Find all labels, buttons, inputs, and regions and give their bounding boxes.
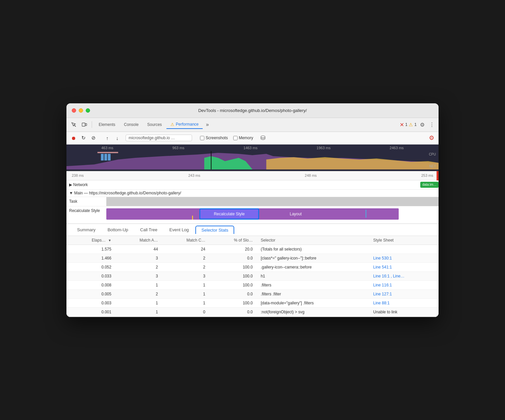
layout-bar[interactable]: Layout <box>262 208 329 220</box>
small-marker <box>192 216 193 220</box>
tab-sources[interactable]: Sources <box>143 121 166 128</box>
stylesheet-link-2[interactable]: Line 541:1 <box>373 265 392 269</box>
main-toolbar: Elements Console Sources ⚠ Performance »… <box>66 118 439 132</box>
refresh-button[interactable]: ↻ <box>79 134 88 142</box>
minimize-button[interactable] <box>79 108 83 113</box>
memory-checkbox[interactable] <box>233 136 238 140</box>
record-button[interactable]: ⏺ <box>69 134 78 142</box>
inspect-icon[interactable] <box>69 120 78 129</box>
col-pct-slow[interactable]: % of Slo… <box>209 236 257 245</box>
screenshots-label: Screenshots <box>206 136 228 140</box>
more-options-icon[interactable]: ⋮ <box>428 120 436 129</box>
main-track-label: ▼ Main — https://microsoftedge.github.io… <box>66 191 184 195</box>
cell-selector-3: h1 <box>257 271 369 280</box>
flame-canvas[interactable]: Recalculate Style Layout <box>106 206 439 223</box>
task-content[interactable] <box>106 197 439 206</box>
cell-selector-7: :not(foreignObject) > svg <box>257 307 369 316</box>
download-button[interactable]: ↓ <box>113 134 122 142</box>
ts-5: 2463 ms <box>390 146 404 150</box>
cell-selector-2: .gallery-icon--camera::before <box>257 262 369 271</box>
col-stylesheet[interactable]: Style Sheet <box>369 236 439 245</box>
close-button[interactable] <box>72 108 76 113</box>
screenshots-checkbox[interactable] <box>200 136 204 140</box>
network-track-label: ▶ Network <box>66 182 106 187</box>
settings-gear-icon[interactable]: ⚙ <box>427 134 436 142</box>
blue-marker-1 <box>365 210 366 218</box>
tab-summary[interactable]: Summary <box>72 225 101 234</box>
url-display: microsoftedge.github.io … <box>126 135 192 141</box>
stylesheet-link-1[interactable]: Line 530:1 <box>373 256 392 261</box>
traffic-lights <box>72 108 90 113</box>
network-track-content[interactable]: data:im… <box>106 180 439 189</box>
cell-selector-4: .filters <box>257 280 369 289</box>
memory-checkbox-group: Memory <box>233 136 253 140</box>
table-container: Elaps… ▼ Match A… Match C… % of Slo… Sel… <box>66 236 439 317</box>
tab-selector-stats[interactable]: Selector Stats <box>195 226 234 234</box>
network-track: ▶ Network data:im… <box>66 180 439 190</box>
tab-performance[interactable]: ⚠ Performance <box>166 121 203 129</box>
cell-pct-1: 0.0 <box>209 254 257 262</box>
clear-button[interactable]: ⊘ <box>89 134 98 142</box>
stylesheet-link-4[interactable]: Line 116:1 <box>373 283 392 287</box>
table-row: 0.052 2 2 100.0 .gallery-icon--camera::b… <box>66 262 439 271</box>
perf-overview: 463 ms 963 ms 1463 ms 1963 ms 2463 ms <box>66 145 439 171</box>
maximize-button[interactable] <box>86 108 90 113</box>
cell-match-a-5: 2 <box>115 289 162 298</box>
cell-match-c-0: 24 <box>162 245 209 254</box>
cell-elapsed-4: 0.008 <box>66 280 115 289</box>
clear-recording-icon[interactable]: ⛁ <box>258 134 267 142</box>
recalc-highlight-block[interactable]: Recalculate Style <box>199 208 259 220</box>
tab-bottom-up[interactable]: Bottom-Up <box>102 225 134 234</box>
recalc-track-label: Recalculate Style <box>66 206 106 213</box>
ts-3: 1463 ms <box>244 146 257 150</box>
time-marker-4: 253 ms <box>421 173 433 177</box>
device-toolbar-icon[interactable] <box>80 120 89 129</box>
memory-label: Memory <box>239 136 253 140</box>
error-badge-group: ✕ 1 ⚠ 1 <box>400 122 417 128</box>
tab-console[interactable]: Console <box>120 121 143 128</box>
cell-selector-6: [data-module="gallery"] .filters <box>257 298 369 307</box>
stylesheet-link-5[interactable]: Line 127:1 <box>373 292 392 296</box>
col-elapsed[interactable]: Elaps… ▼ <box>66 236 115 245</box>
settings-icon[interactable]: ⚙ <box>419 120 426 129</box>
cell-match-a-7: 1 <box>115 307 162 316</box>
tab-bar: Elements Console Sources ⚠ Performance » <box>95 120 396 129</box>
cell-stylesheet-0 <box>369 245 439 254</box>
warn-count: 1 <box>414 122 417 127</box>
table-row: 0.001 1 0 0.0 :not(foreignObject) > svg … <box>66 307 439 316</box>
cell-selector-1: [class*=" gallery-icon--"]::before <box>257 254 369 262</box>
cell-match-c-2: 2 <box>162 262 209 271</box>
tab-elements[interactable]: Elements <box>95 121 119 128</box>
devtools-window: DevTools - microsoftedge.github.io/Demos… <box>66 103 439 317</box>
cell-match-a-4: 1 <box>115 280 162 289</box>
tabs-panel: Summary Bottom-Up Call Tree Event Log Se… <box>66 224 439 317</box>
stylesheet-link-3[interactable]: Line 16:1 , Line… <box>373 274 404 278</box>
cell-stylesheet-4: Line 116:1 <box>369 280 439 289</box>
table-row: 0.005 2 1 0.0 .filters .filter Line 127:… <box>66 289 439 298</box>
upload-button[interactable]: ↑ <box>103 134 112 142</box>
tab-call-tree[interactable]: Call Tree <box>135 225 163 234</box>
cell-pct-5: 0.0 <box>209 289 257 298</box>
stylesheet-link-6[interactable]: Line 88:1 <box>373 301 389 305</box>
col-selector[interactable]: Selector <box>257 236 369 245</box>
more-tabs-button[interactable]: » <box>203 120 212 129</box>
svg-rect-1 <box>82 123 85 126</box>
recalc-track: Recalculate Style Recalculate Style Layo… <box>66 206 439 224</box>
time-ruler: 238 ms 243 ms 248 ms 253 ms <box>66 171 439 180</box>
error-circle-icon: ✕ <box>400 122 404 128</box>
warn-triangle-icon: ⚠ <box>409 122 413 127</box>
cell-pct-0: 20.0 <box>209 245 257 254</box>
cell-match-c-4: 1 <box>162 280 209 289</box>
cell-selector-5: .filters .filter <box>257 289 369 298</box>
screenshots-checkbox-group: Screenshots <box>200 136 228 140</box>
col-match-count[interactable]: Match C… <box>162 236 209 245</box>
window-title: DevTools - microsoftedge.github.io/Demos… <box>198 108 307 113</box>
cell-pct-7: 0.0 <box>209 307 257 316</box>
tab-event-log[interactable]: Event Log <box>164 225 194 234</box>
timeline-graph[interactable]: CPU NET <box>66 151 439 169</box>
col-match-attempts[interactable]: Match A… <box>115 236 162 245</box>
cell-pct-3: 100.0 <box>209 271 257 280</box>
time-marker-1: 238 ms <box>72 173 84 177</box>
selector-stats-table: Elaps… ▼ Match A… Match C… % of Slo… Sel… <box>66 236 439 317</box>
table-row: 0.033 3 3 100.0 h1 Line 16:1 , Line… <box>66 271 439 280</box>
